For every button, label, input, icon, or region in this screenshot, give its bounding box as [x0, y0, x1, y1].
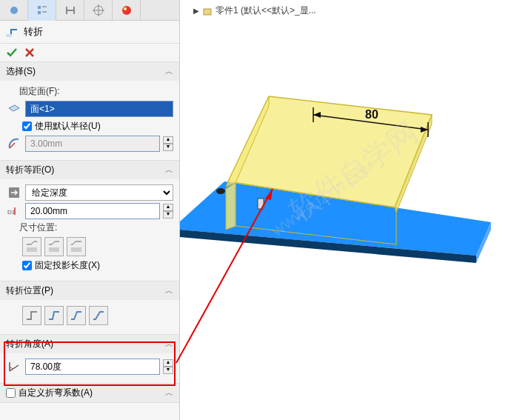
- jog-pos-option-2[interactable]: [44, 306, 64, 325]
- radius-spin-up[interactable]: ▲: [163, 136, 173, 144]
- dim-pos-option-2[interactable]: [44, 237, 64, 256]
- 3d-viewport[interactable]: ▶ 零件1 (默认<<默认>_显...: [180, 0, 511, 420]
- fixed-face-label: 固定面(F):: [19, 85, 173, 98]
- jog-pos-option-3[interactable]: [67, 306, 86, 325]
- svg-rect-7: [73, 7, 75, 14]
- svg-text:80: 80: [365, 108, 378, 121]
- feature-title: 转折: [24, 25, 43, 39]
- svg-rect-6: [66, 7, 67, 14]
- svg-rect-1: [38, 6, 41, 9]
- chevron-up-icon: ︿: [165, 66, 173, 77]
- section-header-select[interactable]: 选择(S) ︿: [0, 62, 179, 81]
- fix-projection-checkbox[interactable]: [22, 261, 32, 270]
- depth-spin-up[interactable]: ▲: [163, 204, 173, 211]
- depth-type-select[interactable]: 给定深度: [25, 184, 173, 201]
- dim-pos-option-1[interactable]: [22, 237, 41, 256]
- angle-spin-up[interactable]: ▲: [163, 359, 173, 367]
- jog-pos-option-4[interactable]: [89, 306, 108, 325]
- svg-marker-25: [226, 183, 236, 230]
- chevron-up-icon: ︿: [165, 285, 173, 296]
- fixed-face-input[interactable]: [25, 101, 173, 117]
- svg-rect-3: [42, 6, 47, 7]
- tab-appearance[interactable]: [113, 0, 141, 21]
- jog-feature-icon: [6, 25, 19, 39]
- origin-marker: [216, 188, 225, 194]
- radius-icon: [7, 137, 21, 150]
- face-select-icon: [7, 102, 21, 116]
- cancel-button[interactable]: [24, 47, 36, 59]
- section-header-angle[interactable]: 转折角度(A) ︿: [0, 335, 179, 353]
- svg-point-11: [122, 6, 131, 15]
- angle-input[interactable]: [25, 359, 160, 375]
- tab-target[interactable]: [84, 0, 113, 21]
- section-header-custom[interactable]: 自定义折弯系数(A) ︿: [0, 384, 179, 402]
- svg-rect-19: [71, 247, 81, 252]
- svg-point-0: [10, 7, 18, 14]
- svg-rect-2: [38, 11, 41, 14]
- drag-handle[interactable]: [258, 199, 264, 209]
- depth-icon: D1: [7, 204, 21, 218]
- jog-pos-option-1[interactable]: [22, 306, 41, 325]
- radius-input[interactable]: [25, 136, 160, 152]
- reverse-direction-icon[interactable]: [7, 186, 21, 199]
- dim-pos-option-3[interactable]: [67, 237, 86, 256]
- custom-bend-checkbox[interactable]: [6, 388, 16, 398]
- dim-pos-label: 尺寸位置:: [19, 221, 173, 234]
- svg-rect-4: [42, 11, 47, 13]
- svg-rect-13: [6, 34, 12, 37]
- section-header-position[interactable]: 转折位置(P) ︿: [0, 281, 179, 300]
- tab-feature-tree[interactable]: [28, 0, 56, 21]
- angle-icon: [7, 360, 21, 373]
- use-default-radius-label: 使用默认半径(U): [35, 120, 101, 133]
- chevron-up-icon: ︿: [165, 387, 173, 399]
- svg-text:D1: D1: [7, 209, 16, 216]
- ok-button[interactable]: [6, 47, 18, 59]
- depth-input[interactable]: [25, 203, 160, 219]
- chevron-up-icon: ︿: [165, 339, 173, 350]
- tab-dimension[interactable]: [56, 0, 84, 21]
- svg-rect-17: [27, 247, 37, 252]
- depth-spin-down[interactable]: ▼: [163, 211, 173, 219]
- tab-config[interactable]: [0, 0, 28, 21]
- chevron-up-icon: ︿: [165, 164, 173, 176]
- use-default-radius-checkbox[interactable]: [22, 121, 32, 131]
- svg-rect-18: [49, 247, 59, 252]
- section-header-offset[interactable]: 转折等距(O) ︿: [0, 161, 179, 179]
- radius-spin-down[interactable]: ▼: [163, 144, 173, 151]
- svg-point-12: [124, 7, 127, 10]
- fix-projection-label: 固定投影长度(X): [35, 259, 100, 272]
- angle-spin-down[interactable]: ▼: [163, 367, 173, 374]
